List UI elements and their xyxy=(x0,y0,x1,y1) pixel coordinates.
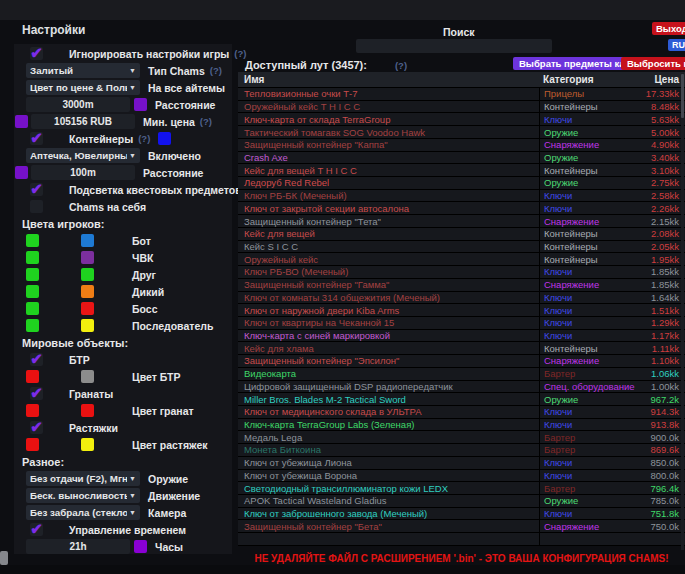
table-row[interactable]: Оружейный кейсКонтейнеры1.95kk xyxy=(238,253,685,266)
table-row[interactable]: Тепловизионные очки Т-7Прицелы17.33kk xyxy=(238,88,685,101)
settings-row: 105156 RUBМин. цена(?) xyxy=(14,113,232,130)
table-row[interactable]: Miller Bros. Blades M-2 Tactical SwordОр… xyxy=(238,393,685,406)
color-label: Цвет БТР xyxy=(132,371,180,383)
table-row[interactable]: Ключ-карта с синей маркировкойКлючи1.17k… xyxy=(238,330,685,343)
table-row[interactable]: Кейс для вещейКонтейнеры2.08kk xyxy=(238,228,685,241)
search-input[interactable] xyxy=(356,39,552,53)
left-edge-scroll-notch[interactable] xyxy=(0,551,8,565)
table-row[interactable]: APOK Tactical Wasteland GladiusОружие785… xyxy=(238,495,685,508)
checkbox[interactable]: ✔ xyxy=(30,132,43,145)
column-header-name[interactable]: Имя xyxy=(238,74,539,85)
color-swatch-primary[interactable] xyxy=(26,302,39,315)
table-row[interactable]: Защищенный контейнер "Каппа"Снаряжение4.… xyxy=(238,139,685,152)
window-titlebar[interactable] xyxy=(0,0,685,20)
color-swatch-primary[interactable] xyxy=(26,234,39,247)
color-swatch[interactable] xyxy=(15,115,28,128)
color-label: Босс xyxy=(132,303,158,315)
table-scrollbar-thumb[interactable] xyxy=(681,74,684,118)
table-row[interactable]: Ключ от квартиры на Чеканной 15Ключи1.29… xyxy=(238,317,685,330)
dropdown-select[interactable]: Залитый▼ xyxy=(26,63,140,78)
color-swatch[interactable] xyxy=(134,540,147,553)
value-input[interactable]: 105156 RUB xyxy=(31,114,135,129)
table-row[interactable]: Crash AxeОружие3.40kk xyxy=(238,152,685,165)
help-icon[interactable]: (?) xyxy=(138,133,150,144)
color-swatch-primary[interactable] xyxy=(26,319,39,332)
color-swatch-secondary[interactable] xyxy=(81,285,94,298)
table-row[interactable]: Защищенный контейнер "Бета"Снаряжение750… xyxy=(238,520,685,533)
color-swatch-primary[interactable] xyxy=(26,251,39,264)
loot-help-icon[interactable]: (?) xyxy=(395,60,407,71)
help-icon[interactable]: (?) xyxy=(234,48,246,59)
value-input[interactable]: 100m xyxy=(31,165,135,180)
table-row[interactable]: Ключ-карта TerraGroup Labs (Зеленая)Ключ… xyxy=(238,419,685,432)
dropdown-select[interactable]: Беск. выносливость и нет уста▼ xyxy=(26,488,140,503)
language-button[interactable]: RU xyxy=(668,39,685,51)
table-row[interactable]: Ледоруб Red RebelОружие2.75kk xyxy=(238,177,685,190)
checkbox[interactable]: ✔ xyxy=(30,387,43,400)
table-scrollbar-track[interactable] xyxy=(681,73,684,550)
table-row[interactable]: Оружейный кейс T H I C CКонтейнеры8.48kk xyxy=(238,101,685,114)
color-swatch-secondary[interactable] xyxy=(81,251,94,264)
checkbox[interactable]: ✔ xyxy=(30,421,43,434)
table-row[interactable]: Защищенный контейнер "Тета"Снаряжение2.1… xyxy=(238,215,685,228)
table-row[interactable]: Цифровой защищенный DSP радиопередатчикС… xyxy=(238,381,685,394)
column-header-price[interactable]: Цена xyxy=(639,74,685,85)
color-swatch-secondary[interactable] xyxy=(81,370,94,383)
table-row[interactable]: Тактический томагавк SOG Voodoo HawkОруж… xyxy=(238,126,685,139)
table-row[interactable]: Монета БиткоинаБартер869.6k xyxy=(238,444,685,457)
dropdown-select[interactable]: Без забрала (стекло шлема)▼ xyxy=(26,505,140,520)
table-row[interactable]: Ключ от медицинского склада в УЛЬТРАКлюч… xyxy=(238,406,685,419)
checkbox[interactable]: ✔ xyxy=(30,47,43,60)
table-row[interactable]: Ключ от убежища ВоронаКлючи800.0k xyxy=(238,470,685,483)
color-swatch[interactable] xyxy=(158,132,171,145)
help-icon[interactable]: (?) xyxy=(200,116,212,127)
table-row[interactable]: Ключ-карта от склада TerraGroupКлючи5.63… xyxy=(238,113,685,126)
dropdown-select[interactable]: Аптечка, Ювелирные и...▼ xyxy=(26,148,140,163)
drop-all-button[interactable]: Выбросить все xyxy=(621,57,685,70)
table-row[interactable]: Защищенный контейнер "Гамма"Снаряжение1.… xyxy=(238,279,685,292)
loot-table-header: Имя Категория Цена xyxy=(238,72,685,88)
table-row[interactable]: Ключ РБ-БК (Меченый)Ключи2.58kk xyxy=(238,190,685,203)
exit-button[interactable]: Выход xyxy=(652,22,685,35)
color-swatch-secondary[interactable] xyxy=(81,302,94,315)
item-name: Защищенный контейнер "Бета" xyxy=(238,521,539,532)
table-row[interactable]: ВидеокартаБартер1.06kk xyxy=(238,368,685,381)
dropdown-value: Цвет по цене & Пользователь xyxy=(30,82,127,93)
color-swatch-primary[interactable] xyxy=(26,438,39,451)
table-row[interactable]: Ключ от наружной двери Kiba ArmsКлючи1.5… xyxy=(238,304,685,317)
table-row[interactable]: Защищенный контейнер "Эпсилон"Снаряжение… xyxy=(238,355,685,368)
color-swatch-secondary[interactable] xyxy=(81,404,94,417)
table-row[interactable]: Светодиодный трансиллюминатор кожи LEDXБ… xyxy=(238,482,685,495)
table-row[interactable]: Ключ от комнаты 314 общежития (Меченый)К… xyxy=(238,292,685,305)
setting-label: Тип Chams xyxy=(148,65,205,77)
checkbox[interactable]: ✔ xyxy=(30,183,43,196)
value-input[interactable]: 21h xyxy=(26,539,130,554)
value-input[interactable]: 3000m xyxy=(26,97,130,112)
color-swatch-primary[interactable] xyxy=(26,268,39,281)
checkbox[interactable] xyxy=(30,200,43,213)
table-row[interactable]: Кейс для вещей T H I C CКонтейнеры3.10kk xyxy=(238,164,685,177)
color-swatch-secondary[interactable] xyxy=(81,438,94,451)
table-row[interactable]: Ключ от убежища ЛионаКлючи850.0k xyxy=(238,457,685,470)
color-swatch-secondary[interactable] xyxy=(81,234,94,247)
table-row[interactable]: Кейс для хламаКонтейнеры1.11kk xyxy=(238,342,685,355)
table-row[interactable]: Ключ РБ-ВО (Меченый)Ключи1.85kk xyxy=(238,266,685,279)
color-swatch-primary[interactable] xyxy=(26,404,39,417)
dropdown-select[interactable]: Цвет по цене & Пользователь▼ xyxy=(26,80,140,95)
color-swatch-secondary[interactable] xyxy=(81,319,94,332)
color-swatch-primary[interactable] xyxy=(26,285,39,298)
color-swatch[interactable] xyxy=(134,98,147,111)
dropdown-select[interactable]: Без отдачи (F2), Мгновенное п▼ xyxy=(26,471,140,486)
color-swatch-secondary[interactable] xyxy=(81,268,94,281)
table-row[interactable]: Ключ от закрытой секции автосалонаКлючи2… xyxy=(238,202,685,215)
checkbox[interactable]: ✔ xyxy=(30,523,43,536)
color-swatch-primary[interactable] xyxy=(26,370,39,383)
table-row[interactable]: Кейс S I C CКонтейнеры2.05kk xyxy=(238,241,685,254)
table-row[interactable]: Медаль LegaБартер900.0k xyxy=(238,431,685,444)
help-icon[interactable]: (?) xyxy=(210,65,222,76)
color-swatch[interactable] xyxy=(15,166,28,179)
table-row[interactable] xyxy=(238,533,685,546)
table-row[interactable]: Ключ от заброшенного завода (Меченый)Клю… xyxy=(238,508,685,521)
checkbox[interactable]: ✔ xyxy=(30,353,43,366)
column-header-category[interactable]: Категория xyxy=(539,72,639,87)
